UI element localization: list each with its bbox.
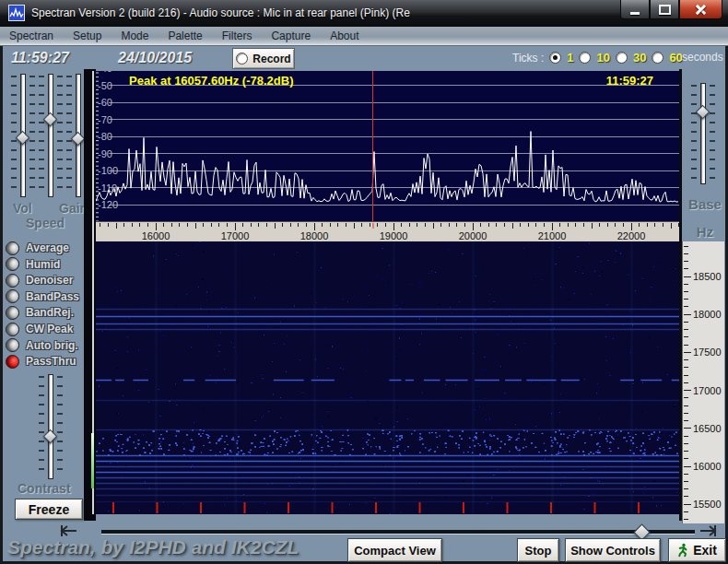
- svg-text:18000: 18000: [300, 230, 329, 241]
- toggle-cw-peak[interactable]: CW Peak: [6, 322, 73, 336]
- svg-text:17500: 17500: [693, 347, 722, 358]
- ticks-radio-1[interactable]: [549, 52, 561, 64]
- credits-text: Spectran, by I2PHD and IK2CZL: [7, 536, 299, 558]
- toggle-label: Denoiser: [26, 274, 73, 287]
- menu-item-palette[interactable]: Palette: [168, 29, 202, 42]
- caption-buttons: [620, 0, 722, 18]
- svg-text:-100: -100: [98, 165, 118, 176]
- contrast-slider[interactable]: [39, 374, 63, 477]
- spectrum-display[interactable]: -40-50-60-70-80-90-100-110-120 Peak at 1…: [96, 71, 679, 221]
- maximize-icon: [659, 5, 671, 15]
- ticks-label: Ticks :: [512, 52, 544, 65]
- date-display: 24/10/2015: [118, 50, 192, 66]
- menu-bar: SpectranSetupModePaletteFiltersCaptureAb…: [0, 27, 728, 46]
- led-icon[interactable]: [6, 338, 19, 352]
- svg-text:16000: 16000: [693, 461, 722, 472]
- ticks-interval-group: Ticks : 1103060: [512, 51, 683, 65]
- speed-slider-thumb[interactable]: [43, 112, 58, 127]
- ticks-option-label[interactable]: 30: [633, 51, 646, 65]
- led-icon[interactable]: [6, 257, 19, 271]
- gain-slider-thumb[interactable]: [71, 132, 86, 147]
- vol-slider-thumb[interactable]: [16, 131, 30, 146]
- svg-text:17000: 17000: [221, 230, 250, 241]
- plot-left-gutter: [84, 69, 96, 521]
- title-bar[interactable]: Spectran Version 2 (build 216) - Audio s…: [0, 0, 728, 27]
- base-slider[interactable]: [691, 83, 715, 182]
- ticks-option-label[interactable]: 10: [596, 51, 609, 65]
- toggle-label: BandPass: [26, 290, 79, 303]
- led-icon[interactable]: [6, 274, 19, 288]
- svg-text:18000: 18000: [693, 309, 722, 320]
- exit-button[interactable]: Exit: [668, 538, 726, 562]
- maximize-button[interactable]: [650, 0, 679, 19]
- toggle-average[interactable]: Average: [6, 241, 69, 255]
- record-label: Record: [252, 53, 290, 65]
- contrast-label: Contrast: [18, 481, 71, 496]
- spectrum-clock: 11:59:27: [606, 74, 653, 88]
- toggle-humid[interactable]: Humid: [6, 257, 60, 272]
- waterfall-display[interactable]: [96, 241, 679, 514]
- app-icon: [8, 5, 25, 21]
- frequency-scrollbar[interactable]: [101, 530, 695, 534]
- exit-runner-icon: [677, 543, 689, 558]
- compact-view-button[interactable]: Compact View: [347, 538, 442, 562]
- menu-item-about[interactable]: About: [330, 29, 358, 42]
- led-icon[interactable]: [6, 323, 19, 336]
- record-radio-icon: [236, 53, 248, 65]
- exit-label: Exit: [693, 543, 717, 558]
- seconds-label: seconds: [682, 51, 723, 64]
- menu-item-filters[interactable]: Filters: [222, 29, 252, 42]
- show-controls-button[interactable]: Show Controls: [565, 538, 661, 562]
- peak-readout: Peak at 16057.60Hz (-78.2dB): [129, 74, 293, 88]
- minimize-button[interactable]: [620, 0, 650, 19]
- svg-text:-80: -80: [98, 131, 112, 142]
- toggle-bandrej-[interactable]: BandRej.: [6, 305, 74, 320]
- speed-label: Speed: [26, 216, 65, 230]
- base-slider-thumb[interactable]: [696, 105, 710, 120]
- speed-slider[interactable]: [39, 74, 63, 195]
- svg-text:-40: -40: [98, 71, 112, 74]
- stop-button[interactable]: Stop: [517, 538, 559, 562]
- clock-display: 11:59:27: [11, 50, 69, 66]
- svg-text:-90: -90: [98, 148, 112, 159]
- ticks-radio-10[interactable]: [579, 52, 591, 64]
- toggle-denoiser[interactable]: Denoiser: [6, 273, 73, 288]
- svg-text:15500: 15500: [693, 499, 722, 510]
- menu-item-spectran[interactable]: Spectran: [9, 29, 53, 42]
- ticks-option-label[interactable]: 60: [669, 51, 682, 65]
- spectrum-plot: -40-50-60-70-80-90-100-110-120: [96, 71, 679, 221]
- svg-text:-50: -50: [98, 80, 112, 91]
- led-icon[interactable]: [6, 306, 19, 320]
- contrast-slider-thumb[interactable]: [43, 429, 58, 444]
- close-icon: [696, 5, 706, 15]
- frequency-axis[interactable]: 16000170001800019000200002100022000: [96, 221, 679, 241]
- svg-text:18500: 18500: [693, 271, 722, 282]
- menu-item-mode[interactable]: Mode: [121, 29, 148, 42]
- hz-label: Hz: [684, 224, 726, 240]
- toggle-label: Humid: [26, 258, 60, 271]
- svg-text:21000: 21000: [538, 230, 567, 241]
- minimize-icon: [630, 12, 640, 15]
- vol-slider[interactable]: [11, 74, 35, 195]
- svg-text:22000: 22000: [617, 230, 646, 241]
- toggle-bandpass[interactable]: BandPass: [6, 289, 79, 304]
- menu-item-capture[interactable]: Capture: [271, 29, 311, 42]
- svg-text:20000: 20000: [459, 230, 487, 241]
- svg-text:-60: -60: [98, 97, 112, 108]
- led-icon[interactable]: [6, 355, 19, 369]
- close-button[interactable]: [679, 0, 722, 19]
- app-window: Spectran Version 2 (build 216) - Audio s…: [0, 0, 728, 564]
- ticks-option-label[interactable]: 1: [567, 51, 573, 65]
- toggle-passthru[interactable]: PassThru: [6, 354, 76, 369]
- ticks-radio-60[interactable]: [652, 52, 663, 64]
- menu-item-setup[interactable]: Setup: [73, 29, 101, 42]
- scroll-right-icon[interactable]: [698, 523, 720, 539]
- ticks-radio-30[interactable]: [616, 52, 628, 64]
- led-icon[interactable]: [6, 241, 19, 255]
- record-button[interactable]: Record: [232, 48, 295, 69]
- left-edge-indicator: [91, 433, 94, 488]
- toggle-auto-brig-[interactable]: Auto brig.: [6, 338, 78, 353]
- freeze-button[interactable]: Freeze: [15, 499, 83, 520]
- led-icon[interactable]: [6, 289, 19, 303]
- window-title: Spectran Version 2 (build 216) - Audio s…: [31, 6, 410, 19]
